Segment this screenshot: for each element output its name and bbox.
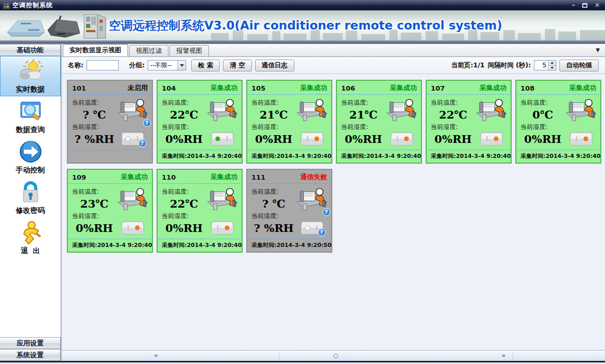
temperature-label: 当前温度: [72,98,117,107]
group-select-value: --不限-- [150,61,172,70]
device-id: 107 [431,84,445,92]
bottom-pager-bar: « ○ » [62,350,605,361]
tab-strip: 实时数据显示视图视图过滤报警视图 ▼ [62,44,605,57]
sidebar-header[interactable]: 基础功能 [0,44,61,56]
collect-time: 采集时间:2014-3-4 9:20:40 [72,241,152,249]
unknown-status-icon: ? [322,208,330,216]
device-cards-area: 101 未启用 当前温度: ? ℃ 当前湿度: ? %RH ? ? [62,74,605,350]
temperature-value: 22℃ [431,108,475,121]
temperature-label: 当前温度: [162,98,206,107]
status-badge: 通信失败 [300,172,327,182]
device-card[interactable]: 101 未启用 当前温度: ? ℃ 当前湿度: ? %RH ? ? [67,80,153,164]
pager-next-icon[interactable]: » [502,352,505,359]
temperature-label: 当前温度: [520,98,565,107]
device-card[interactable]: 111 通信失败 当前温度: ? ℃ 当前湿度: ? %RH ? ? [246,169,332,253]
pager-prev-icon[interactable]: « [154,352,158,359]
humidity-label: 当前湿度: [162,212,206,221]
search-button[interactable]: 检 索 [191,60,220,71]
sidebar-item-data-query[interactable]: 数据查询 [0,96,61,137]
collect-time: 采集时间:2014-3-4 9:20:50 [251,241,331,249]
exit-icon [18,220,44,245]
tab-filter-view[interactable]: 视图过滤 [129,45,168,56]
comm-log-button[interactable]: 通信日志 [255,60,294,71]
auto-cycle-button[interactable]: 自动轮循 [559,60,599,71]
collect-time: 采集时间:2014-3-4 9:20:40 [341,152,421,160]
minimize-icon[interactable]: – [572,2,575,8]
device-photos [3,12,107,39]
ac-unit-icon: ? [117,187,149,214]
device-id: 105 [251,84,265,92]
humidity-value: 0%RH [341,133,386,145]
close-icon[interactable]: ✕ [595,2,600,8]
sidebar-item-change-password[interactable]: 修改密码 [0,177,61,217]
humidity-value: 0%RH [520,133,565,145]
power-switch-icon[interactable]: ? [211,221,234,235]
unknown-status-icon: ? [318,228,326,236]
sidebar-item-manual-control[interactable]: 手动控制 [0,137,61,177]
tab-overflow-icon[interactable]: ▼ [596,47,600,53]
power-switch-icon[interactable]: ? [121,221,144,235]
group-select[interactable]: --不限-- [148,60,186,70]
device-card[interactable]: 105 采集成功 当前温度: 21℃ 当前湿度: 0%RH ? ? [246,80,332,164]
device-card[interactable]: 107 采集成功 当前温度: 22℃ 当前湿度: 0%RH ? ? [426,80,512,164]
device-card[interactable]: 104 采集成功 当前温度: 22℃ 当前湿度: 0%RH ? ? [157,80,243,164]
humidity-label: 当前湿度: [251,212,296,221]
name-label: 名称: [68,61,83,70]
ac-unit-icon: ? [206,98,238,125]
power-switch-icon[interactable]: ? [301,221,323,235]
collect-time: 采集时间:2014-3-4 9:20:40 [251,152,331,160]
select-dropdown-icon[interactable] [177,61,186,70]
humidity-value: 0%RH [162,133,206,145]
collect-time: 采集时间:2014-3-4 9:20:40 [162,241,242,249]
temperature-value: 22℃ [162,197,206,210]
device-card[interactable]: 108 采集成功 当前温度: 0℃ 当前湿度: 0%RH ? ? [515,80,601,164]
humidity-value: 0%RH [431,133,475,145]
temperature-label: 当前温度: [341,98,386,107]
sidebar-item-label: 实时数据 [16,85,45,94]
humidity-label: 当前湿度: [431,123,475,132]
spinner-up-icon[interactable] [548,61,556,65]
ac-unit-icon: ? [296,187,328,214]
group-label: 分组: [129,61,145,70]
tab-realtime-view[interactable]: 实时数据显示视图 [63,44,128,56]
status-badge: 采集成功 [210,172,237,182]
interval-label: 间隔时间 (秒): [488,61,531,70]
interval-value[interactable]: 5 [534,61,548,70]
temperature-label: 当前温度: [251,187,296,196]
pager-indicator-icon[interactable]: ○ [333,352,339,359]
window-title: 空调控制系统 [12,1,53,10]
interval-spinner[interactable]: 5 [534,60,556,70]
collect-time: 采集时间:2014-3-4 9:20:40 [431,152,511,160]
device-card[interactable]: 109 采集成功 当前温度: 23℃ 当前湿度: 0%RH ? ? [67,169,153,253]
temperature-value: 0℃ [520,108,565,121]
humidity-value: ? %RH [72,133,117,145]
sidebar-item-label: 退 出 [21,246,40,256]
humidity-label: 当前湿度: [520,123,565,132]
sidebar-item-system-settings[interactable]: 系统设置 [0,349,61,361]
status-badge: 采集成功 [390,83,417,93]
sidebar-item-realtime-data[interactable]: 实时数据 [0,56,61,96]
power-switch-icon[interactable]: ? [480,132,503,145]
main-panel: 实时数据显示视图视图过滤报警视图 ▼ 名称: 分组: --不限-- 检 索 清 … [61,44,605,361]
tab-alarm-view[interactable]: 报警视图 [170,45,209,56]
power-switch-icon[interactable]: ? [390,132,413,145]
status-badge: 采集成功 [121,172,148,182]
status-badge: 采集成功 [210,83,237,93]
power-switch-icon[interactable]: ? [121,132,144,145]
sidebar-item-exit[interactable]: 退 出 [0,217,61,258]
maximize-icon[interactable] [582,3,587,8]
temperature-value: ? ℃ [72,108,117,121]
clear-button[interactable]: 清 空 [223,60,251,71]
power-switch-icon[interactable]: ? [301,132,323,145]
device-id: 110 [162,173,176,181]
name-input[interactable] [87,60,119,70]
device-card[interactable]: 110 采集成功 当前温度: 22℃ 当前湿度: 0%RH ? ? [157,169,243,253]
spinner-down-icon[interactable] [548,65,556,70]
power-switch-icon[interactable]: ? [211,132,234,145]
power-switch-icon[interactable]: ? [570,132,593,145]
collect-time: 采集时间:2014-3-4 9:20:40 [162,152,242,160]
temperature-value: 22℃ [162,108,206,121]
sidebar-item-app-settings[interactable]: 应用设置 [0,337,61,349]
device-card[interactable]: 106 采集成功 当前温度: 21℃ 当前湿度: 0%RH ? ? [336,80,422,164]
toolbar: 名称: 分组: --不限-- 检 索 清 空 通信日志 当前页:1/1 间隔时间… [62,57,605,74]
